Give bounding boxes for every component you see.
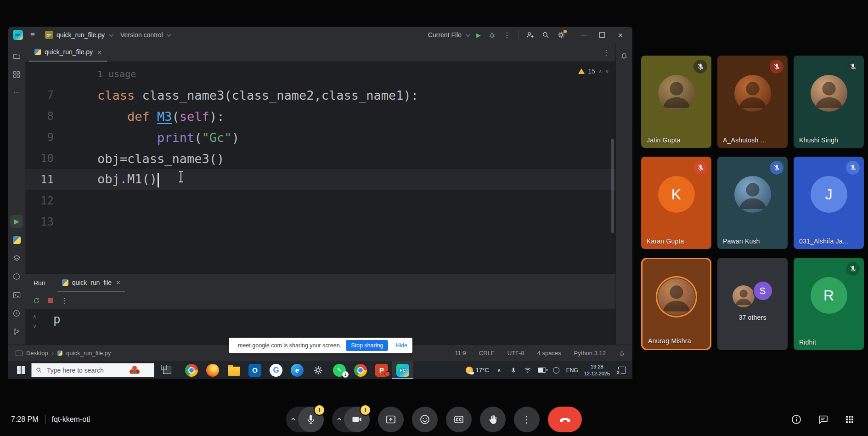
settings-gear-icon[interactable] — [557, 31, 565, 39]
code-line-7[interactable]: 7class class_name3(class_name2,class_nam… — [25, 85, 615, 106]
taskbar-app-whatsapp-icon[interactable]: 1 — [329, 361, 350, 379]
action-center-button[interactable]: 2 — [616, 367, 628, 374]
version-control-widget[interactable]: Version control — [120, 31, 170, 39]
participant-tile[interactable]: RRidhit — [794, 258, 864, 350]
breadcrumb-file[interactable]: quick_run_file.py — [66, 350, 111, 357]
notifications-bell-icon[interactable] — [618, 50, 631, 62]
code-line-12[interactable]: 12 — [25, 190, 615, 211]
editor-tab-active[interactable]: quick_run_file.py × — [29, 43, 107, 62]
taskbar-clock[interactable]: 19:28 12-12-2025 — [584, 363, 610, 377]
window-maximize-button[interactable] — [593, 27, 611, 43]
taskbar-app-files-icon[interactable] — [223, 361, 244, 379]
present-button[interactable] — [378, 407, 404, 432]
usage-hint[interactable]: 1 usage — [97, 68, 136, 79]
code-line-11[interactable]: 11obj.M1() — [25, 169, 615, 190]
run-configuration-selector[interactable]: Current File — [428, 31, 469, 39]
meeting-details-button[interactable] — [785, 408, 807, 430]
tray-status-icon[interactable] — [552, 367, 560, 374]
reactions-button[interactable] — [412, 407, 438, 432]
code-line-10[interactable]: 10obj=class_name3() — [25, 148, 615, 169]
participant-tile[interactable]: A_Ashutosh ... — [717, 56, 788, 148]
python-interpreter[interactable]: Python 3.12 — [574, 350, 606, 357]
run-button[interactable]: ▶ — [476, 32, 481, 39]
taskbar-app-powerpoint-icon[interactable]: P — [371, 361, 392, 379]
git-branch-icon[interactable] — [10, 325, 23, 338]
code-line-9[interactable]: 9 print("Gc") — [25, 127, 615, 148]
project-folder-icon[interactable] — [10, 50, 23, 62]
lock-icon[interactable] — [619, 350, 625, 357]
tab-close-icon[interactable]: × — [116, 278, 120, 286]
search-input[interactable] — [46, 366, 125, 374]
chat-button[interactable] — [812, 408, 834, 430]
structure-icon[interactable] — [10, 68, 23, 81]
console-history-arrows[interactable]: ∧∨ — [33, 313, 37, 329]
terminal-icon[interactable] — [10, 289, 23, 301]
more-actions-icon[interactable]: ⋮ — [503, 31, 511, 40]
taskbar-app-settings-icon[interactable] — [308, 361, 329, 379]
taskbar-app-firefox-icon[interactable] — [202, 361, 223, 379]
tray-battery-icon[interactable] — [538, 368, 546, 373]
mic-options-chevron-icon[interactable] — [289, 415, 297, 423]
participant-tile[interactable]: Jatin Gupta — [641, 56, 711, 148]
code-editor[interactable]: 1 usage 7class class_name3(class_name2,c… — [25, 62, 615, 273]
stop-sharing-button[interactable]: Stop sharing — [346, 340, 388, 351]
prev-problem-icon[interactable]: ∧ — [598, 69, 602, 74]
window-close-button[interactable]: × — [611, 27, 630, 43]
services-layers-icon[interactable] — [10, 252, 23, 265]
file-encoding[interactable]: UTF-8 — [507, 350, 524, 357]
debug-button[interactable] — [488, 31, 496, 39]
participant-tile[interactable]: Anurag Mishra — [641, 258, 711, 350]
run-panel-title[interactable]: Run — [34, 279, 45, 287]
tray-network-icon[interactable] — [524, 367, 532, 374]
editor-scrollbar[interactable] — [611, 139, 614, 233]
caret-position[interactable]: 11:9 — [455, 350, 466, 357]
code-line-13[interactable]: 13 — [25, 211, 615, 232]
run-console-tab[interactable]: quick_run_file × — [57, 274, 125, 292]
inspection-widget[interactable]: 15 ∧ ∨ — [578, 68, 609, 75]
run-tool-window-icon[interactable]: ▶ — [10, 215, 23, 228]
taskbar-app-google-icon[interactable]: G — [265, 361, 287, 379]
weather-widget[interactable]: 17°C — [466, 367, 489, 374]
search-everywhere-icon[interactable] — [541, 31, 550, 39]
stop-icon[interactable] — [48, 298, 53, 303]
task-view-button[interactable] — [158, 361, 176, 379]
tab-options-icon[interactable]: ⋮ — [603, 48, 610, 57]
seasonal-doodle-icon[interactable] — [129, 364, 141, 376]
code-line-8[interactable]: 8 def M3(self): — [25, 106, 615, 127]
participant-tile[interactable]: Khushi Singh — [794, 56, 864, 148]
participant-tile[interactable]: KKaran Gupta — [641, 157, 711, 249]
camera-options-chevron-icon[interactable] — [335, 415, 343, 423]
taskbar-app-outlook-icon[interactable]: O — [244, 361, 265, 379]
activities-grid-button[interactable] — [839, 408, 861, 430]
next-problem-icon[interactable]: ∨ — [605, 69, 609, 74]
problems-icon[interactable] — [10, 307, 23, 320]
taskbar-search[interactable] — [31, 363, 154, 377]
window-minimize-button[interactable] — [575, 27, 593, 43]
more-options-button[interactable]: ⋮ — [514, 407, 540, 432]
hidden-icons-chevron[interactable]: ∧ — [495, 367, 503, 374]
end-call-button[interactable] — [548, 407, 582, 432]
participant-tile[interactable]: J031_Alshifa Ja... — [794, 157, 864, 249]
start-button[interactable] — [11, 361, 31, 379]
code-with-me-icon[interactable] — [526, 31, 534, 39]
tray-mic-icon[interactable] — [509, 367, 518, 374]
indent-setting[interactable]: 4 spaces — [537, 350, 561, 357]
language-indicator[interactable]: ENG — [566, 367, 578, 374]
line-separator[interactable]: CRLF — [479, 350, 495, 357]
hide-banner-button[interactable]: Hide — [393, 340, 410, 351]
taskbar-app-edge-icon[interactable]: e — [287, 361, 308, 379]
taskbar-app-chrome2-icon[interactable] — [350, 361, 371, 379]
project-widget[interactable]: QF quick_run_file.py — [42, 29, 115, 40]
participant-tile[interactable]: S37 others — [717, 258, 788, 350]
python-packages-icon[interactable] — [10, 233, 23, 246]
hamburger-menu-icon[interactable]: ≡ — [28, 30, 37, 40]
more-tool-windows-icon[interactable]: ⋯ — [10, 86, 23, 99]
tab-close-icon[interactable]: × — [97, 48, 101, 56]
taskbar-app-pycharm-icon[interactable]: PC — [392, 361, 413, 379]
taskbar-app-chrome-icon[interactable] — [181, 361, 202, 379]
rerun-icon[interactable] — [33, 297, 40, 305]
participant-tile[interactable]: Pawan Kush — [717, 157, 788, 249]
raise-hand-button[interactable] — [480, 407, 506, 432]
run-options-icon[interactable]: ⋮ — [61, 296, 68, 305]
database-icon[interactable] — [10, 270, 23, 283]
